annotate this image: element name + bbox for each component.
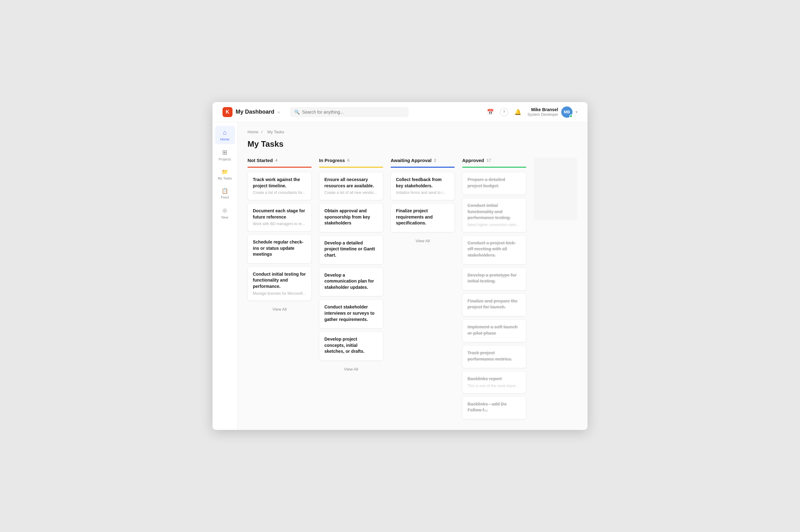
task-title: Conduct stakeholder interviews or survey… xyxy=(324,304,378,323)
task-card-not-started-3[interactable]: Conduct initial testing for functionalit… xyxy=(248,267,312,301)
task-card-approved-0[interactable]: Prepare a detailed project budget. xyxy=(462,172,526,195)
task-title: Prepare a detailed project budget. xyxy=(468,177,521,189)
search-bar[interactable]: 🔍 xyxy=(290,107,409,117)
app-title: My Dashboard xyxy=(236,109,274,115)
task-subtitle: Initialize forms and send to r... xyxy=(396,190,449,195)
notification-icon[interactable]: 🔔 xyxy=(514,109,521,115)
task-title: Track work against the project timeline. xyxy=(253,177,306,189)
col-title-not-started: Not Started xyxy=(248,158,273,163)
help-icon[interactable]: ? xyxy=(500,108,508,116)
task-card-in-progress-2[interactable]: Develop a detailed project timeline or G… xyxy=(319,235,383,264)
task-card-approved-7[interactable]: Backlinks reportThis is one of the most … xyxy=(462,371,526,393)
view-all-not-started[interactable]: View All xyxy=(248,304,312,315)
task-title: Conduct a project kick-off meeting with … xyxy=(468,240,521,259)
calendar-icon[interactable]: 📅 xyxy=(487,109,494,115)
page-title: My Tasks xyxy=(248,139,578,149)
breadcrumb-current: My Tasks xyxy=(268,130,284,134)
task-card-awaiting-approval-1[interactable]: Finalize project requirements and specif… xyxy=(390,203,455,232)
kanban-col-extra xyxy=(534,158,578,220)
breadcrumb-separator: / xyxy=(261,130,262,134)
chevron-down-icon[interactable]: ▾ xyxy=(576,110,578,114)
feed-icon: 📋 xyxy=(222,188,228,194)
task-card-approved-8[interactable]: Backlinks - add Do Follow f... xyxy=(462,397,526,419)
avatar-status-dot xyxy=(569,115,572,118)
col-bar-not-started xyxy=(248,167,312,168)
task-card-not-started-0[interactable]: Track work against the project timeline.… xyxy=(248,172,312,200)
col-count-not-started: 4 xyxy=(275,158,277,163)
sidebar-item-home[interactable]: ⌂ Home xyxy=(215,126,235,144)
sidebar-label-feed: Feed xyxy=(221,195,229,199)
task-title: Conduct initial functionality and perfor… xyxy=(468,203,521,221)
task-card-awaiting-approval-0[interactable]: Collect feedback from key stakeholders.I… xyxy=(390,172,455,200)
kanban-col-in-progress: In Progress6Ensure all necessary resourc… xyxy=(319,158,383,375)
logo-area: K My Dashboard « xyxy=(222,107,280,117)
col-bar-in-progress xyxy=(319,167,383,168)
col-bar-awaiting-approval xyxy=(390,167,455,168)
col-title-in-progress: In Progress xyxy=(319,158,345,163)
task-card-in-progress-3[interactable]: Develop a communication plan for stakeho… xyxy=(319,268,383,297)
col-count-approved: 17 xyxy=(487,158,491,163)
col-title-awaiting-approval: Awaiting Approval xyxy=(390,158,432,163)
avatar: MB xyxy=(561,107,572,118)
task-subtitle: Need higher conversion rates... xyxy=(468,222,521,228)
col-count-in-progress: 6 xyxy=(347,158,350,163)
task-card-in-progress-1[interactable]: Obtain approval and sponsorship from key… xyxy=(319,203,383,232)
sidebar-item-feed[interactable]: 📋 Feed xyxy=(215,185,235,202)
main-content: Home / My Tasks My Tasks Not Started4Tra… xyxy=(237,122,587,430)
task-card-approved-4[interactable]: Finalize and prepare the project for lau… xyxy=(462,293,526,316)
kanban-col-awaiting-approval: Awaiting Approval2Collect feedback from … xyxy=(390,158,455,246)
col-header-not-started: Not Started4 xyxy=(248,158,312,163)
kanban-col-not-started: Not Started4Track work against the proje… xyxy=(248,158,312,315)
task-title: Schedule regular check-ins or status upd… xyxy=(253,239,306,258)
task-card-not-started-1[interactable]: Document each stage for future reference… xyxy=(248,203,312,231)
topbar-right: 📅 ? 🔔 Mike Bransel System Developer MB ▾ xyxy=(487,107,578,118)
task-title: Develop a communication plan for stakeho… xyxy=(324,272,378,291)
task-subtitle: Manage licenses for Microsoft... xyxy=(253,291,306,296)
view-all-in-progress[interactable]: View All xyxy=(319,364,383,375)
col-header-in-progress: In Progress6 xyxy=(319,158,383,163)
sidebar: ⌂ Home ⊞ Projects 📁 My Tasks 📋 Feed ⊕ Ne… xyxy=(213,122,237,430)
task-title: Implement a soft launch or pilot phase xyxy=(468,324,521,336)
task-card-approved-2[interactable]: Conduct a project kick-off meeting with … xyxy=(462,235,526,264)
sidebar-item-my-tasks[interactable]: 📁 My Tasks xyxy=(215,166,235,183)
task-card-in-progress-0[interactable]: Ensure all necessary resources are avail… xyxy=(319,172,383,200)
sidebar-item-projects[interactable]: ⊞ Projects xyxy=(215,146,235,164)
sidebar-label-home: Home xyxy=(220,137,230,141)
task-title: Document each stage for future reference xyxy=(253,208,306,220)
task-title: Finalize and prepare the project for lau… xyxy=(468,298,521,310)
kanban-col-approved: Approved17Prepare a detailed project bud… xyxy=(462,158,526,422)
col-header-awaiting-approval: Awaiting Approval2 xyxy=(390,158,455,163)
task-subtitle: Create a list of consultants for... xyxy=(253,190,306,195)
task-card-in-progress-5[interactable]: Develop project concepts, initial sketch… xyxy=(319,331,383,361)
app-logo-icon: K xyxy=(222,107,233,117)
task-card-not-started-2[interactable]: Schedule regular check-ins or status upd… xyxy=(248,234,312,264)
task-title: Track project performance metrics. xyxy=(468,350,521,362)
sidebar-label-projects: Projects xyxy=(219,157,231,161)
col-header-approved: Approved17 xyxy=(462,158,526,163)
sidebar-label-my-tasks: My Tasks xyxy=(218,176,232,180)
task-card-in-progress-4[interactable]: Conduct stakeholder interviews or survey… xyxy=(319,299,383,328)
task-card-approved-5[interactable]: Implement a soft launch or pilot phase xyxy=(462,319,526,342)
search-input[interactable] xyxy=(302,110,404,115)
view-all-awaiting-approval[interactable]: View All xyxy=(390,235,455,246)
user-info: Mike Bransel System Developer xyxy=(527,107,558,117)
task-card-approved-3[interactable]: Develop a prototype for initial testing. xyxy=(462,268,526,290)
sidebar-item-new[interactable]: ⊕ New xyxy=(215,204,235,222)
col-title-approved: Approved xyxy=(462,158,484,163)
task-title: Conduct initial testing for functionalit… xyxy=(253,271,306,290)
task-card-approved-1[interactable]: Conduct initial functionality and perfor… xyxy=(462,198,526,232)
breadcrumb-home[interactable]: Home xyxy=(248,130,258,134)
task-title: Develop a detailed project timeline or G… xyxy=(324,240,378,259)
breadcrumb: Home / My Tasks xyxy=(248,130,578,134)
task-title: Backlinks - add Do Follow f... xyxy=(468,401,521,413)
task-card-approved-6[interactable]: Track project performance metrics. xyxy=(462,345,526,368)
collapse-icon[interactable]: « xyxy=(277,110,280,115)
user-role: System Developer xyxy=(527,112,558,117)
task-subtitle: This is one of the most impor... xyxy=(468,383,521,389)
task-title: Obtain approval and sponsorship from key… xyxy=(324,208,378,226)
my-tasks-icon: 📁 xyxy=(222,169,228,175)
kanban-board: Not Started4Track work against the proje… xyxy=(248,158,578,422)
body-layout: ⌂ Home ⊞ Projects 📁 My Tasks 📋 Feed ⊕ Ne… xyxy=(213,122,587,430)
task-title: Develop a prototype for initial testing. xyxy=(468,272,521,284)
user-area[interactable]: Mike Bransel System Developer MB ▾ xyxy=(527,107,578,118)
